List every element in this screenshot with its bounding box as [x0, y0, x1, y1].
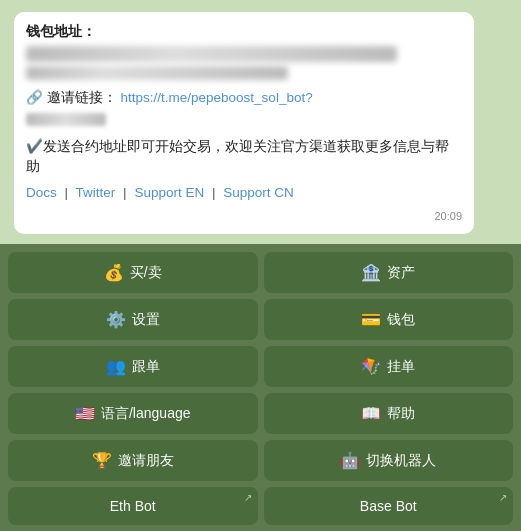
- follow-orders-button[interactable]: 👥跟单: [8, 346, 258, 387]
- message-bubble: 钱包地址： 🔗 邀请链接： https://t.me/pepeboost_sol…: [14, 12, 474, 234]
- support-cn-link[interactable]: Support CN: [223, 185, 294, 200]
- sep-2: |: [123, 185, 127, 200]
- help-button[interactable]: 📖帮助: [264, 393, 514, 434]
- invite-friends-emoji: 🏆: [92, 451, 112, 470]
- follow-orders-label: 跟单: [132, 358, 160, 376]
- limit-orders-label: 挂单: [387, 358, 415, 376]
- blurred-address-2: [26, 66, 288, 80]
- invite-prefix: 🔗 邀请链接：: [26, 90, 117, 105]
- assets-emoji: 🏦: [361, 263, 381, 282]
- base-bot-ext-icon: ↗: [499, 492, 507, 503]
- eth-bot-button[interactable]: ↗Eth Bot: [8, 487, 258, 525]
- buy-sell-emoji: 💰: [104, 263, 124, 282]
- eth-bot-label: Eth Bot: [110, 498, 156, 514]
- wallet-emoji: 💳: [361, 310, 381, 329]
- support-en-link[interactable]: Support EN: [134, 185, 204, 200]
- invite-friends-button[interactable]: 🏆邀请朋友: [8, 440, 258, 481]
- wallet-label: 钱包: [387, 311, 415, 329]
- language-emoji: 🇺🇸: [75, 404, 95, 423]
- limit-orders-button[interactable]: 🪁挂单: [264, 346, 514, 387]
- assets-label: 资产: [387, 264, 415, 282]
- buttons-grid: 💰买/卖🏦资产⚙️设置💳钱包👥跟单🪁挂单🇺🇸语言/language📖帮助🏆邀请朋…: [0, 244, 521, 531]
- invite-friends-label: 邀请朋友: [118, 452, 174, 470]
- follow-orders-emoji: 👥: [106, 357, 126, 376]
- base-bot-button[interactable]: ↗Base Bot: [264, 487, 514, 525]
- timestamp: 20:09: [26, 208, 462, 225]
- settings-emoji: ⚙️: [106, 310, 126, 329]
- settings-label: 设置: [132, 311, 160, 329]
- links-row: Docs | Twitter | Support EN | Support CN: [26, 183, 462, 203]
- base-bot-label: Base Bot: [360, 498, 417, 514]
- language-label: 语言/language: [101, 405, 191, 423]
- info-text: ✔️发送合约地址即可开始交易，欢迎关注官方渠道获取更多信息与帮助: [26, 137, 462, 178]
- switch-bot-button[interactable]: 🤖切换机器人: [264, 440, 514, 481]
- chat-area: 钱包地址： 🔗 邀请链接： https://t.me/pepeboost_sol…: [0, 0, 521, 244]
- help-emoji: 📖: [361, 404, 381, 423]
- buy-sell-button[interactable]: 💰买/卖: [8, 252, 258, 293]
- blurred-address-1: [26, 46, 397, 62]
- wallet-button[interactable]: 💳钱包: [264, 299, 514, 340]
- help-label: 帮助: [387, 405, 415, 423]
- invite-row: 🔗 邀请链接： https://t.me/pepeboost_sol_bot?: [26, 88, 462, 129]
- settings-button[interactable]: ⚙️设置: [8, 299, 258, 340]
- eth-bot-ext-icon: ↗: [244, 492, 252, 503]
- switch-bot-emoji: 🤖: [340, 451, 360, 470]
- sep-1: |: [65, 185, 69, 200]
- blurred-invite-code: [26, 113, 106, 126]
- twitter-link[interactable]: Twitter: [76, 185, 116, 200]
- buy-sell-label: 买/卖: [130, 264, 162, 282]
- sep-3: |: [212, 185, 216, 200]
- switch-bot-label: 切换机器人: [366, 452, 436, 470]
- wallet-label: 钱包地址：: [26, 22, 462, 42]
- limit-orders-emoji: 🪁: [361, 357, 381, 376]
- language-button[interactable]: 🇺🇸语言/language: [8, 393, 258, 434]
- docs-link[interactable]: Docs: [26, 185, 57, 200]
- invite-link[interactable]: https://t.me/pepeboost_sol_bot?: [121, 90, 313, 105]
- assets-button[interactable]: 🏦资产: [264, 252, 514, 293]
